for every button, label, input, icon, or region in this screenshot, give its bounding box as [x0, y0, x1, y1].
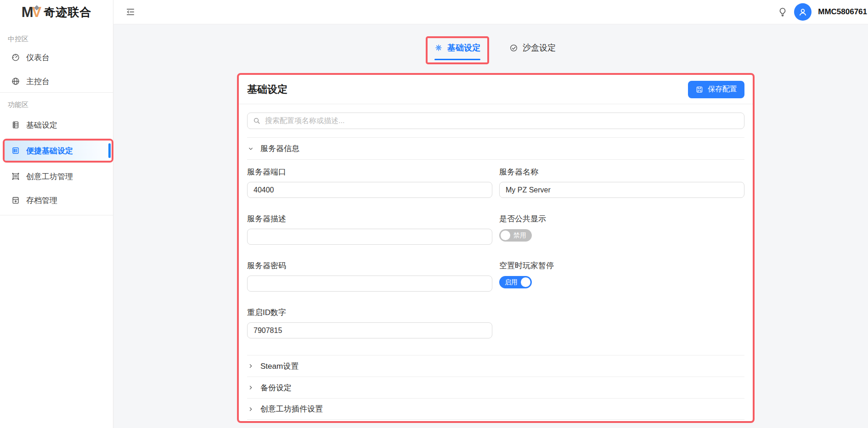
- username[interactable]: MMC5806761: [818, 7, 867, 17]
- field-restart-id: 重启ID数字: [247, 308, 492, 338]
- sidebar-item-quick-basic-settings[interactable]: 便捷基础设定: [5, 141, 112, 161]
- server-port-input[interactable]: [247, 182, 492, 198]
- field-label: 空置时玩家暂停: [499, 261, 744, 271]
- workshop-icon: [11, 172, 20, 181]
- field-empty: [499, 308, 744, 338]
- settings-panel: 基础设定 保存配置: [239, 75, 753, 421]
- section-title: 服务器信息: [260, 143, 299, 154]
- brand-logo: M V 奇迹联合: [0, 0, 113, 24]
- field-server-name: 服务器名称: [499, 167, 744, 198]
- toggle-knob: [521, 277, 530, 287]
- server-name-input[interactable]: [499, 182, 744, 198]
- person-icon: [797, 6, 808, 17]
- list-icon: [11, 146, 20, 155]
- sidebar-group-control: 中控区: [0, 34, 113, 44]
- sidebar: M V 奇迹联合 中控区 仪表台 主控台 功能区 基础设定: [0, 0, 113, 428]
- logo-letter-v: V: [32, 4, 42, 21]
- field-public-visible: 是否公共显示 禁用: [499, 214, 744, 245]
- pause-when-empty-toggle[interactable]: 启用: [499, 276, 532, 288]
- sidebar-item-label: 创意工坊管理: [26, 171, 73, 182]
- field-label: 服务器端口: [247, 167, 492, 177]
- field-server-port: 服务器端口: [247, 167, 492, 198]
- section-title: 创意工坊插件设置: [260, 404, 323, 414]
- field-label: 服务器描述: [247, 214, 492, 224]
- public-visible-toggle[interactable]: 禁用: [499, 229, 532, 242]
- sidebar-item-label: 便捷基础设定: [26, 146, 73, 156]
- save-config-button[interactable]: 保存配置: [688, 81, 744, 98]
- menu-fold-icon[interactable]: [125, 7, 135, 17]
- lightbulb-icon[interactable]: [778, 7, 788, 17]
- section-backup-settings[interactable]: 备份设定: [247, 377, 744, 398]
- brand-name: 奇迹联合: [44, 5, 91, 20]
- field-label: 重启ID数字: [247, 308, 492, 318]
- logo-letter-m: M: [22, 4, 33, 21]
- sidebar-item-label: 仪表台: [26, 52, 50, 63]
- avatar[interactable]: [794, 3, 812, 21]
- section-server-info[interactable]: 服务器信息: [247, 137, 744, 160]
- field-label: 服务器名称: [499, 167, 744, 177]
- annotation-box-active-tab: 基础设定: [426, 36, 489, 64]
- search-input[interactable]: [247, 113, 744, 129]
- panel-title: 基础设定: [247, 83, 287, 96]
- sidebar-item-basic-settings[interactable]: 基础设定: [5, 115, 108, 135]
- topbar: MMC5806761: [113, 0, 868, 24]
- toggle-label: 禁用: [513, 231, 526, 240]
- annotation-box-panel: 基础设定 保存配置: [237, 73, 755, 423]
- floppy-icon: [695, 85, 704, 94]
- chevron-right-icon: [247, 384, 254, 391]
- restart-id-input[interactable]: [247, 322, 492, 338]
- chevron-down-icon: [247, 145, 254, 152]
- field-server-description: 服务器描述: [247, 214, 492, 245]
- server-icon: [11, 120, 20, 130]
- sidebar-item-label: 主控台: [26, 76, 50, 87]
- field-pause-when-empty: 空置时玩家暂停 启用: [499, 261, 744, 292]
- tabbar: 基础设定 沙盒设定: [113, 42, 868, 64]
- tab-label: 沙盒设定: [523, 42, 556, 53]
- section-title: Steam设置: [260, 361, 299, 372]
- active-indicator-bar: [108, 143, 111, 158]
- sidebar-item-console[interactable]: 主控台: [5, 71, 108, 91]
- panel-header: 基础设定 保存配置: [239, 75, 753, 104]
- field-label: 服务器密码: [247, 261, 492, 271]
- section-title: 备份设定: [260, 383, 292, 393]
- gauge-icon: [11, 53, 20, 62]
- sidebar-item-save-management[interactable]: 存档管理: [5, 190, 108, 210]
- archive-icon: [11, 196, 20, 205]
- tab-basic-settings[interactable]: 基础设定: [434, 42, 480, 60]
- toggle-knob: [501, 231, 510, 240]
- gear-icon: [434, 44, 443, 52]
- config-search: [247, 113, 744, 129]
- section-workshop-plugin-settings[interactable]: 创意工坊插件设置: [247, 398, 744, 420]
- search-icon: [252, 116, 261, 125]
- section-steam-settings[interactable]: Steam设置: [247, 355, 744, 377]
- sidebar-item-label: 基础设定: [26, 120, 57, 130]
- check-circle-icon: [509, 44, 518, 52]
- field-label: 是否公共显示: [499, 214, 744, 224]
- sidebar-divider: [0, 215, 113, 215]
- sidebar-item-workshop-management[interactable]: 创意工坊管理: [5, 166, 108, 186]
- field-server-password: 服务器密码: [247, 261, 492, 292]
- annotation-box-sidebar-active: 便捷基础设定: [3, 139, 113, 163]
- server-description-input[interactable]: [247, 229, 492, 245]
- sidebar-item-dashboard[interactable]: 仪表台: [5, 47, 108, 68]
- sidebar-divider: [0, 92, 113, 93]
- tab-active-underline: [434, 59, 480, 60]
- app: M V 奇迹联合 中控区 仪表台 主控台 功能区 基础设定: [0, 0, 868, 428]
- globe-icon: [11, 77, 20, 86]
- collapsed-sections: Steam设置 备份设定 创意工坊插件设置: [247, 355, 744, 420]
- tab-label: 基础设定: [447, 42, 480, 53]
- topbar-right: MMC5806761: [778, 3, 867, 21]
- sidebar-item-label: 存档管理: [26, 195, 57, 206]
- tab-sandbox-settings[interactable]: 沙盒设定: [509, 42, 556, 60]
- sidebar-group-function: 功能区: [0, 100, 113, 109]
- server-password-input[interactable]: [247, 276, 492, 292]
- panel-body: 服务器信息 服务器端口 服务器名称 服务器描述: [239, 104, 753, 421]
- toggle-label: 启用: [505, 278, 518, 287]
- chevron-right-icon: [247, 362, 254, 370]
- chevron-right-icon: [247, 405, 254, 413]
- server-info-fields: 服务器端口 服务器名称 服务器描述 是否公共显示: [247, 160, 744, 338]
